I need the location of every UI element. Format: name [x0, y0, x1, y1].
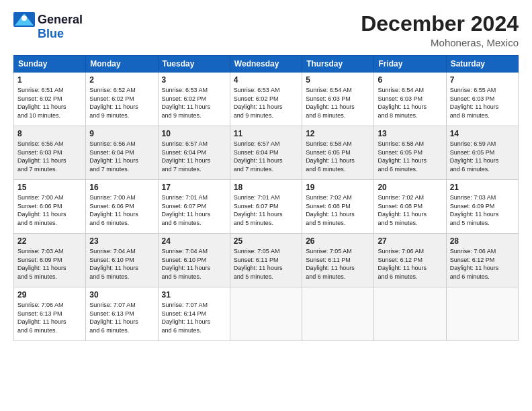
location: Mohoneras, Mexico: [361, 37, 519, 48]
day-info: Sunrise: 7:05 AMSunset: 6:11 PMDaylight:…: [306, 248, 355, 280]
day-number: 28: [450, 236, 515, 246]
day-info: Sunrise: 7:06 AMSunset: 6:12 PMDaylight:…: [450, 248, 499, 280]
table-cell: 3 Sunrise: 6:53 AMSunset: 6:02 PMDayligh…: [158, 73, 230, 126]
calendar: Sunday Monday Tuesday Wednesday Thursday…: [13, 55, 519, 341]
day-number: 2: [89, 75, 154, 85]
day-number: 24: [162, 236, 226, 246]
day-number: 13: [378, 129, 442, 138]
table-cell: 22 Sunrise: 7:03 AMSunset: 6:09 PMDaylig…: [14, 234, 86, 287]
table-cell: 31 Sunrise: 7:07 AMSunset: 6:14 PMDaylig…: [158, 287, 230, 341]
logo: General Blue: [13, 12, 83, 41]
day-number: 21: [450, 183, 515, 192]
day-number: 19: [306, 183, 370, 192]
header: General Blue December 2024 Mohoneras, Me…: [13, 12, 519, 48]
col-thursday: Thursday: [302, 56, 374, 73]
table-cell: 6 Sunrise: 6:54 AMSunset: 6:03 PMDayligh…: [374, 73, 446, 126]
day-info: Sunrise: 7:03 AMSunset: 6:09 PMDaylight:…: [450, 194, 499, 226]
day-number: 7: [450, 75, 515, 85]
day-number: 20: [378, 183, 442, 192]
table-cell: 17 Sunrise: 7:01 AMSunset: 6:07 PMDaylig…: [158, 180, 230, 234]
day-number: 4: [234, 75, 298, 85]
day-number: 18: [234, 183, 298, 192]
table-cell: 2 Sunrise: 6:52 AMSunset: 6:02 PMDayligh…: [86, 73, 158, 126]
day-info: Sunrise: 6:56 AMSunset: 6:04 PMDaylight:…: [89, 140, 138, 173]
day-info: Sunrise: 7:02 AMSunset: 6:08 PMDaylight:…: [306, 194, 355, 226]
day-number: 8: [17, 129, 82, 138]
table-cell: 12 Sunrise: 6:58 AMSunset: 6:05 PMDaylig…: [302, 126, 374, 180]
calendar-row-2: 8 Sunrise: 6:56 AMSunset: 6:03 PMDayligh…: [14, 126, 519, 180]
col-sunday: Sunday: [14, 56, 86, 73]
day-number: 11: [234, 129, 298, 138]
calendar-row-5: 29 Sunrise: 7:06 AMSunset: 6:13 PMDaylig…: [14, 287, 519, 341]
table-cell: 11 Sunrise: 6:57 AMSunset: 6:04 PMDaylig…: [230, 126, 302, 180]
table-cell: 15 Sunrise: 7:00 AMSunset: 6:06 PMDaylig…: [14, 180, 86, 234]
day-info: Sunrise: 6:51 AMSunset: 6:02 PMDaylight:…: [17, 87, 66, 119]
day-info: Sunrise: 7:00 AMSunset: 6:06 PMDaylight:…: [17, 194, 66, 226]
table-cell: 24 Sunrise: 7:04 AMSunset: 6:10 PMDaylig…: [158, 234, 230, 287]
logo-icon: [13, 12, 35, 27]
day-number: 22: [17, 236, 82, 246]
day-info: Sunrise: 6:53 AMSunset: 6:02 PMDaylight:…: [234, 87, 283, 119]
calendar-row-1: 1 Sunrise: 6:51 AMSunset: 6:02 PMDayligh…: [14, 73, 519, 126]
table-cell: 5 Sunrise: 6:54 AMSunset: 6:03 PMDayligh…: [302, 73, 374, 126]
calendar-row-3: 15 Sunrise: 7:00 AMSunset: 6:06 PMDaylig…: [14, 180, 519, 234]
table-cell: [374, 287, 446, 341]
table-cell: 14 Sunrise: 6:59 AMSunset: 6:05 PMDaylig…: [446, 126, 518, 180]
day-info: Sunrise: 6:52 AMSunset: 6:02 PMDaylight:…: [89, 87, 138, 119]
day-info: Sunrise: 6:54 AMSunset: 6:03 PMDaylight:…: [378, 87, 427, 119]
table-cell: 16 Sunrise: 7:00 AMSunset: 6:06 PMDaylig…: [86, 180, 158, 234]
day-number: 6: [378, 75, 442, 85]
logo-blue: Blue: [38, 27, 64, 41]
day-info: Sunrise: 7:05 AMSunset: 6:11 PMDaylight:…: [234, 248, 283, 280]
col-friday: Friday: [374, 56, 446, 73]
table-cell: [230, 287, 302, 341]
month-title: December 2024: [361, 12, 519, 36]
table-cell: 18 Sunrise: 7:01 AMSunset: 6:07 PMDaylig…: [230, 180, 302, 234]
table-cell: 4 Sunrise: 6:53 AMSunset: 6:02 PMDayligh…: [230, 73, 302, 126]
table-cell: 8 Sunrise: 6:56 AMSunset: 6:03 PMDayligh…: [14, 126, 86, 180]
day-info: Sunrise: 7:04 AMSunset: 6:10 PMDaylight:…: [89, 248, 138, 280]
day-info: Sunrise: 7:06 AMSunset: 6:12 PMDaylight:…: [378, 248, 427, 280]
table-cell: 9 Sunrise: 6:56 AMSunset: 6:04 PMDayligh…: [86, 126, 158, 180]
day-number: 25: [234, 236, 298, 246]
day-info: Sunrise: 7:01 AMSunset: 6:07 PMDaylight:…: [162, 194, 211, 226]
day-info: Sunrise: 6:59 AMSunset: 6:05 PMDaylight:…: [450, 140, 499, 173]
day-info: Sunrise: 7:01 AMSunset: 6:07 PMDaylight:…: [234, 194, 283, 226]
calendar-row-4: 22 Sunrise: 7:03 AMSunset: 6:09 PMDaylig…: [14, 234, 519, 287]
col-monday: Monday: [86, 56, 158, 73]
day-info: Sunrise: 7:07 AMSunset: 6:14 PMDaylight:…: [162, 302, 211, 334]
day-number: 31: [162, 290, 226, 300]
day-info: Sunrise: 6:54 AMSunset: 6:03 PMDaylight:…: [306, 87, 355, 119]
day-info: Sunrise: 7:07 AMSunset: 6:13 PMDaylight:…: [89, 302, 138, 334]
day-number: 23: [89, 236, 154, 246]
day-number: 15: [17, 183, 82, 192]
day-number: 16: [89, 183, 154, 192]
table-cell: 13 Sunrise: 6:58 AMSunset: 6:05 PMDaylig…: [374, 126, 446, 180]
day-number: 29: [17, 290, 82, 300]
day-info: Sunrise: 6:55 AMSunset: 6:03 PMDaylight:…: [450, 87, 499, 119]
table-cell: [446, 287, 518, 341]
day-info: Sunrise: 7:00 AMSunset: 6:06 PMDaylight:…: [89, 194, 138, 226]
table-cell: 26 Sunrise: 7:05 AMSunset: 6:11 PMDaylig…: [302, 234, 374, 287]
day-info: Sunrise: 7:02 AMSunset: 6:08 PMDaylight:…: [378, 194, 427, 226]
day-info: Sunrise: 6:58 AMSunset: 6:05 PMDaylight:…: [306, 140, 355, 173]
day-info: Sunrise: 6:53 AMSunset: 6:02 PMDaylight:…: [162, 87, 211, 119]
day-info: Sunrise: 7:06 AMSunset: 6:13 PMDaylight:…: [17, 302, 66, 334]
day-info: Sunrise: 7:04 AMSunset: 6:10 PMDaylight:…: [162, 248, 211, 280]
table-cell: 1 Sunrise: 6:51 AMSunset: 6:02 PMDayligh…: [14, 73, 86, 126]
table-cell: 27 Sunrise: 7:06 AMSunset: 6:12 PMDaylig…: [374, 234, 446, 287]
table-cell: 10 Sunrise: 6:57 AMSunset: 6:04 PMDaylig…: [158, 126, 230, 180]
day-number: 10: [162, 129, 226, 138]
title-block: December 2024 Mohoneras, Mexico: [361, 12, 519, 48]
day-number: 9: [89, 129, 154, 138]
day-number: 14: [450, 129, 515, 138]
table-cell: 20 Sunrise: 7:02 AMSunset: 6:08 PMDaylig…: [374, 180, 446, 234]
table-cell: 30 Sunrise: 7:07 AMSunset: 6:13 PMDaylig…: [86, 287, 158, 341]
day-info: Sunrise: 6:57 AMSunset: 6:04 PMDaylight:…: [234, 140, 283, 173]
table-cell: 19 Sunrise: 7:02 AMSunset: 6:08 PMDaylig…: [302, 180, 374, 234]
table-cell: [302, 287, 374, 341]
table-cell: 23 Sunrise: 7:04 AMSunset: 6:10 PMDaylig…: [86, 234, 158, 287]
col-saturday: Saturday: [446, 56, 518, 73]
table-cell: 7 Sunrise: 6:55 AMSunset: 6:03 PMDayligh…: [446, 73, 518, 126]
col-wednesday: Wednesday: [230, 56, 302, 73]
